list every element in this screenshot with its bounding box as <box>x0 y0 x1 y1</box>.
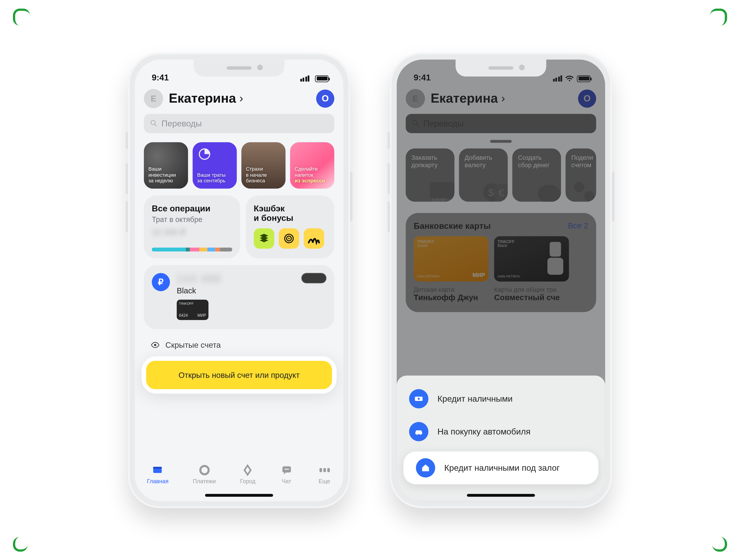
svg-point-9 <box>200 465 208 474</box>
action-collect-money[interactable]: Создатьсбор денег <box>513 148 561 201</box>
bonus-icon-1 <box>254 228 274 248</box>
screen-home: 9:41 Е Екатерина › О <box>135 59 344 501</box>
svg-line-1 <box>155 124 157 126</box>
notch <box>456 59 546 76</box>
status-time: 9:41 <box>414 72 431 82</box>
open-product-button[interactable]: Открыть новый счет или продукт <box>146 360 332 389</box>
notch <box>194 59 285 76</box>
action-extra-card[interactable]: Заказатьдопкарту МИР <box>406 148 455 201</box>
avatar[interactable]: Е <box>406 89 425 108</box>
sheet-option-auto-loan[interactable]: На покупку автомобиля <box>397 415 605 448</box>
more-icon <box>317 463 331 476</box>
tab-more[interactable]: Еще <box>317 463 331 484</box>
action-add-currency[interactable]: Добавитьвалюту $€ <box>459 148 508 201</box>
svg-point-23 <box>538 185 561 201</box>
home-indicator[interactable] <box>205 493 273 496</box>
svg-rect-27 <box>548 257 563 274</box>
search-icon <box>411 119 420 127</box>
cellular-icon <box>553 75 562 82</box>
hidden-accounts-label: Скрытые счета <box>166 340 221 349</box>
svg-point-0 <box>151 120 155 125</box>
spending-segments <box>152 247 232 251</box>
chevron-right-icon[interactable]: › <box>240 92 243 105</box>
piggy-icon <box>534 174 561 201</box>
sheet-option-secured-loan[interactable]: Кредит наличными под залог <box>403 451 598 484</box>
svg-rect-14 <box>327 468 330 472</box>
eye-icon <box>151 340 160 349</box>
card-icon: МИР <box>427 174 455 201</box>
search-input[interactable]: Переводы <box>144 113 335 133</box>
action-share-account[interactable]: Поделисчетом <box>566 148 596 201</box>
account-toggle[interactable] <box>301 273 327 283</box>
knight-icon <box>544 238 567 279</box>
share-icon <box>569 174 596 201</box>
home-indicator[interactable] <box>467 493 535 496</box>
user-name[interactable]: Екатерина <box>169 91 236 106</box>
wifi-icon <box>565 75 574 82</box>
header: Е Екатерина › О Переводы <box>397 84 605 137</box>
story-investments[interactable]: Вашиинвестицииза неделю <box>144 142 188 188</box>
car-icon <box>409 422 429 441</box>
payments-icon <box>197 463 211 476</box>
currency-icon: $€ <box>481 174 508 201</box>
bottom-sheet[interactable]: Кредит наличными На покупку автомобиля К… <box>397 375 605 501</box>
user-name[interactable]: Екатерина <box>431 91 498 106</box>
mini-card[interactable]: TINKOFF 6424МИР <box>177 299 208 320</box>
bank-cards-all[interactable]: Все 2 <box>568 221 588 230</box>
screen-sheet: 9:41 Е Екатерина › О <box>397 59 605 501</box>
home-icon <box>151 463 165 476</box>
bonus-icon-3 <box>303 228 324 248</box>
status-time: 9:41 <box>152 72 169 82</box>
bank-card-shared[interactable]: TINKOFF Black IVAN PETROV Карты для общи… <box>494 236 569 302</box>
svg-rect-13 <box>323 468 326 472</box>
profile-ring-icon[interactable]: О <box>316 89 335 107</box>
profile-ring-icon[interactable]: О <box>578 89 596 107</box>
svg-point-2 <box>199 148 210 159</box>
svg-rect-12 <box>319 468 322 472</box>
svg-point-5 <box>288 237 289 239</box>
avatar[interactable]: Е <box>144 89 163 108</box>
operations-card[interactable]: Все операции Трат в октябре 12 345 ₽ <box>144 195 240 258</box>
house-icon <box>416 458 435 477</box>
bonus-icons <box>254 228 327 248</box>
svg-point-15 <box>413 120 417 125</box>
sheet-option-cash-loan[interactable]: Кредит наличными <box>397 382 605 415</box>
chat-icon <box>280 463 293 476</box>
account-name: Black <box>177 286 222 295</box>
svg-point-25 <box>584 191 594 201</box>
battery-icon <box>577 75 590 82</box>
cashback-card[interactable]: Кэшбэки бонусы <box>246 195 335 258</box>
tab-city[interactable]: Город <box>240 463 256 484</box>
bank-card-junior[interactable]: TINKOFF Junior IVAN PETROV МИР Детская к… <box>414 236 488 302</box>
phone-left: 9:41 Е Екатерина › О <box>128 52 350 508</box>
drag-handle-icon[interactable] <box>490 139 512 142</box>
hidden-accounts-button[interactable]: Скрытые счета <box>135 329 344 349</box>
stories-row[interactable]: Вашиинвестицииза неделю Ваши тратыза сен… <box>135 142 344 188</box>
bonus-icon-2 <box>279 228 299 248</box>
bank-cards-title: Банковские карты <box>414 221 491 230</box>
battery-icon <box>315 75 329 82</box>
story-espresso[interactable]: Сделайтенапитокиз эспрессо <box>290 142 335 188</box>
account-card[interactable]: ₽ 123 456 Black TINKOFF 6424МИР <box>144 265 335 329</box>
cta-wrap: Открыть новый счет или продукт <box>142 356 337 393</box>
svg-line-16 <box>417 124 419 126</box>
bank-cards-section[interactable]: Банковские карты Все 2 TINKOFF Junior IV… <box>406 213 596 312</box>
search-input[interactable]: Переводы <box>406 113 596 133</box>
story-business[interactable]: Страхив началебизнеса <box>242 142 286 188</box>
city-icon <box>241 463 255 476</box>
operations-amount: 12 345 ₽ <box>152 227 186 237</box>
svg-rect-26 <box>550 241 561 256</box>
story-spending[interactable]: Ваши тратыза сентябрь <box>193 142 237 188</box>
header: Е Екатерина › О Переводы <box>135 84 344 137</box>
chevron-right-icon[interactable]: › <box>501 92 505 105</box>
search-icon <box>150 119 158 127</box>
account-amount: 123 456 <box>177 273 222 285</box>
svg-point-24 <box>574 182 584 192</box>
tab-chat[interactable]: Чат <box>280 463 293 484</box>
svg-rect-11 <box>284 468 289 469</box>
tab-payments[interactable]: Платежи <box>193 463 215 484</box>
svg-text:МИР: МИР <box>432 196 446 201</box>
quick-actions-row[interactable]: Заказатьдопкарту МИР Добавитьвалюту $€ С… <box>397 142 605 201</box>
tab-home[interactable]: Главная <box>147 463 169 484</box>
phone-right: 9:41 Е Екатерина › О <box>390 52 612 508</box>
